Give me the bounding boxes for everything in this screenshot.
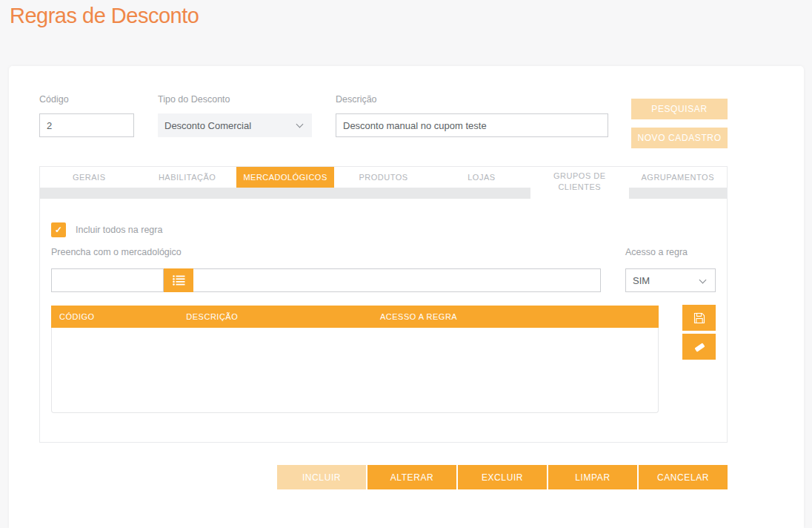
descricao-label: Descrição — [336, 94, 608, 105]
tipo-field-group: Tipo do Desconto Desconto Comercial — [158, 94, 312, 137]
tab-habilitacao[interactable]: HABILITAÇÃO — [138, 167, 236, 188]
codigo-input[interactable] — [39, 113, 134, 137]
tipo-select-value: Desconto Comercial — [164, 120, 251, 131]
chevron-down-icon — [296, 121, 304, 128]
cancelar-button[interactable]: CANCELAR — [639, 465, 728, 489]
table-body-empty — [51, 328, 659, 413]
eraser-icon — [692, 341, 707, 353]
tab-gerais[interactable]: GERAIS — [40, 167, 138, 188]
tab-agrupamentos[interactable]: AGRUPAMENTOS — [629, 167, 727, 188]
tab-lojas[interactable]: LOJAS — [433, 167, 530, 188]
save-button[interactable] — [682, 305, 716, 331]
tab-grupos-de-clientes[interactable]: GRUPOS DE CLIENTES — [530, 167, 628, 199]
include-all-label: Incluir todos na regra — [76, 225, 162, 235]
fill-mercadologico-label: Preencha com o mercadológico — [51, 247, 182, 257]
incluir-button[interactable]: INCLUIR — [277, 465, 366, 489]
acesso-regra-select-value: SIM — [633, 275, 650, 286]
chevron-down-icon — [699, 277, 707, 284]
descricao-input[interactable] — [336, 113, 608, 137]
page-title: Regras de Desconto — [10, 4, 199, 28]
excluir-button[interactable]: EXCLUIR — [458, 465, 547, 489]
codigo-field-group: Código — [39, 94, 134, 137]
pesquisar-button[interactable]: PESQUISAR — [631, 99, 728, 119]
acesso-regra-label: Acesso a regra — [625, 247, 688, 257]
mercadologico-desc-input[interactable] — [193, 268, 601, 292]
limpar-button[interactable]: LIMPAR — [548, 465, 637, 489]
table-header: CÓDIGO DESCRIÇÃO ACESSO A REGRA — [51, 306, 659, 328]
mercadologico-list-button[interactable] — [164, 268, 193, 292]
mercadologicos-table: CÓDIGO DESCRIÇÃO ACESSO A REGRA — [51, 306, 659, 413]
tab-produtos[interactable]: PRODUTOS — [334, 167, 432, 188]
tab-bar: GERAIS HABILITAÇÃO MERCADOLÓGICOS PRODUT… — [40, 167, 727, 188]
tipo-select[interactable]: Desconto Comercial — [158, 113, 312, 137]
include-all-row[interactable]: ✓ Incluir todos na regra — [51, 222, 162, 237]
alterar-button[interactable]: ALTERAR — [367, 465, 456, 489]
list-icon — [173, 275, 185, 286]
mercadologico-lookup-row — [51, 268, 601, 292]
mercadologico-code-input[interactable] — [51, 268, 164, 292]
checkbox-checked[interactable]: ✓ — [51, 222, 66, 237]
tab-grupos-de-clientes-label: GRUPOS DE CLIENTES — [550, 171, 609, 193]
table-header-codigo: CÓDIGO — [59, 312, 95, 321]
tab-mercadologicos[interactable]: MERCADOLÓGICOS — [236, 167, 334, 188]
save-floppy-icon — [693, 312, 705, 324]
check-icon: ✓ — [55, 225, 62, 235]
tab-panel: GERAIS HABILITAÇÃO MERCADOLÓGICOS PRODUT… — [39, 166, 728, 443]
tipo-label: Tipo do Desconto — [158, 94, 312, 105]
descricao-field-group: Descrição — [336, 94, 608, 137]
main-card: Código Tipo do Desconto Desconto Comerci… — [9, 66, 804, 528]
codigo-label: Código — [39, 94, 134, 105]
table-header-descricao: DESCRIÇÃO — [186, 312, 238, 321]
action-button-row: INCLUIR ALTERAR EXCLUIR LIMPAR CANCELAR — [277, 465, 728, 489]
table-header-acesso: ACESSO A REGRA — [380, 312, 457, 321]
acesso-regra-select[interactable]: SIM — [625, 268, 716, 292]
novo-cadastro-button[interactable]: NOVO CADASTRO — [631, 128, 728, 148]
erase-button[interactable] — [682, 334, 716, 360]
